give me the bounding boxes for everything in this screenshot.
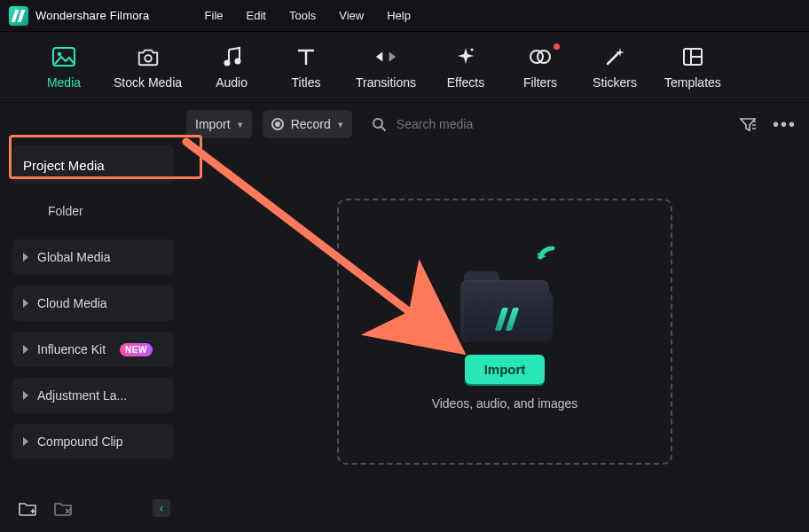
filter-icon[interactable] bbox=[739, 116, 757, 132]
app-logo-icon bbox=[9, 6, 28, 26]
sidebar-item-compound-clip[interactable]: Compound Clip bbox=[12, 424, 174, 459]
tab-audio[interactable]: Audio bbox=[207, 45, 256, 90]
record-dropdown-button[interactable]: Record ▾ bbox=[263, 110, 352, 138]
new-folder-button[interactable] bbox=[16, 497, 39, 520]
sidebar-item-project-media[interactable]: Project Media bbox=[12, 145, 174, 184]
content-area: Import Videos, audio, and images bbox=[186, 145, 809, 532]
import-button-label: Import bbox=[484, 362, 526, 377]
tab-stickers-label: Stickers bbox=[593, 75, 637, 90]
tab-transitions[interactable]: Transitions bbox=[356, 45, 416, 90]
sidebar-folder-label: Folder bbox=[48, 204, 83, 218]
sidebar-item-label: Compound Clip bbox=[37, 434, 123, 449]
remove-folder-icon bbox=[53, 500, 73, 516]
grid-icon bbox=[681, 45, 704, 68]
music-icon bbox=[220, 45, 243, 68]
triangle-right-icon bbox=[23, 345, 28, 354]
triangle-right-icon bbox=[23, 437, 28, 446]
tab-filters[interactable]: Filters bbox=[515, 45, 565, 90]
new-badge: NEW bbox=[120, 343, 153, 356]
menu-file[interactable]: File bbox=[205, 9, 224, 22]
wand-icon bbox=[603, 45, 626, 68]
sidebar-bottom-bar: ‹ bbox=[12, 488, 174, 532]
svg-point-4 bbox=[235, 58, 241, 64]
tab-titles[interactable]: Titles bbox=[281, 45, 331, 90]
text-icon bbox=[295, 45, 318, 68]
sidebar-item-folder[interactable]: Folder bbox=[12, 193, 174, 229]
import-button[interactable]: Import bbox=[465, 355, 546, 384]
search-input[interactable] bbox=[395, 116, 719, 132]
search-icon bbox=[372, 117, 386, 131]
dropzone-caption: Videos, audio, and images bbox=[432, 396, 578, 411]
menu-help[interactable]: Help bbox=[387, 9, 411, 22]
triangle-right-icon bbox=[23, 253, 28, 262]
search-field[interactable] bbox=[363, 110, 728, 138]
sidebar-item-adjustment-layer[interactable]: Adjustment La... bbox=[12, 378, 174, 413]
tab-transitions-label: Transitions bbox=[356, 75, 416, 90]
camera-icon bbox=[137, 45, 160, 68]
sparkle-icon bbox=[454, 45, 477, 68]
svg-point-1 bbox=[58, 51, 61, 55]
image-icon bbox=[52, 45, 75, 68]
chevron-down-icon: ▾ bbox=[238, 119, 243, 130]
circles-icon bbox=[529, 45, 552, 68]
import-dropdown-button[interactable]: Import ▾ bbox=[186, 110, 252, 138]
tab-templates[interactable]: Templates bbox=[664, 45, 721, 90]
folder-illustration bbox=[452, 254, 558, 342]
tab-effects-label: Effects bbox=[447, 75, 485, 90]
sidebar-project-media-label: Project Media bbox=[23, 158, 105, 173]
sidebar: Project Media Folder Global Media Cloud … bbox=[0, 145, 186, 532]
import-dropzone[interactable]: Import Videos, audio, and images bbox=[337, 199, 672, 465]
tab-stickers[interactable]: Stickers bbox=[590, 45, 640, 90]
svg-point-5 bbox=[470, 48, 473, 51]
menu-items: File Edit Tools View Help bbox=[205, 9, 411, 22]
svg-point-2 bbox=[145, 55, 151, 61]
import-dropdown-label: Import bbox=[195, 117, 231, 131]
sidebar-item-influence-kit[interactable]: Influence Kit NEW bbox=[12, 332, 174, 367]
media-toolbar: Import ▾ Record ▾ ••• bbox=[0, 103, 809, 145]
swap-icon bbox=[374, 45, 397, 68]
menu-view[interactable]: View bbox=[339, 9, 364, 22]
sidebar-item-cloud-media[interactable]: Cloud Media bbox=[12, 286, 174, 321]
sidebar-item-label: Adjustment La... bbox=[37, 388, 127, 403]
more-icon[interactable]: ••• bbox=[773, 114, 797, 135]
toolbar-right: ••• bbox=[739, 114, 797, 135]
triangle-right-icon bbox=[23, 299, 28, 308]
tab-audio-label: Audio bbox=[216, 75, 247, 90]
sidebar-item-label: Influence Kit bbox=[37, 342, 106, 356]
notification-dot-icon bbox=[554, 43, 560, 50]
app-title: Wondershare Filmora bbox=[35, 9, 150, 22]
chevron-left-icon: ‹ bbox=[160, 502, 163, 514]
sidebar-item-label: Global Media bbox=[37, 250, 111, 264]
record-dropdown-label: Record bbox=[291, 117, 331, 131]
remove-folder-button[interactable] bbox=[51, 497, 75, 520]
record-icon bbox=[271, 118, 284, 130]
sidebar-item-global-media[interactable]: Global Media bbox=[12, 239, 174, 275]
app-brand: Wondershare Filmora bbox=[9, 6, 150, 26]
tab-stock-media[interactable]: Stock Media bbox=[114, 45, 182, 90]
download-arrow-icon bbox=[528, 245, 558, 275]
tab-templates-label: Templates bbox=[664, 75, 721, 90]
main-area: Project Media Folder Global Media Cloud … bbox=[0, 145, 809, 532]
sidebar-item-label: Cloud Media bbox=[37, 296, 107, 310]
tab-media-label: Media bbox=[47, 75, 81, 90]
tab-stock-media-label: Stock Media bbox=[114, 75, 182, 90]
menu-tools[interactable]: Tools bbox=[289, 9, 316, 22]
tab-filters-label: Filters bbox=[523, 75, 557, 90]
menu-edit[interactable]: Edit bbox=[247, 9, 266, 22]
tab-effects[interactable]: Effects bbox=[441, 45, 491, 90]
tab-media[interactable]: Media bbox=[39, 45, 89, 90]
tool-tabs-row: Media Stock Media Audio Titles Transitio… bbox=[0, 32, 809, 103]
triangle-right-icon bbox=[23, 391, 28, 400]
menubar: Wondershare Filmora File Edit Tools View… bbox=[0, 0, 809, 32]
tab-titles-label: Titles bbox=[292, 75, 321, 90]
add-folder-icon bbox=[18, 500, 37, 516]
collapse-sidebar-button[interactable]: ‹ bbox=[153, 499, 170, 517]
chevron-down-icon: ▾ bbox=[338, 119, 343, 130]
